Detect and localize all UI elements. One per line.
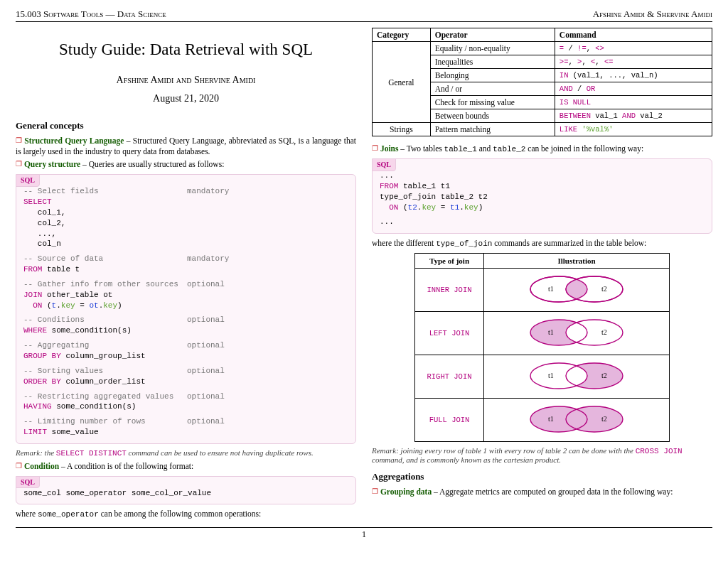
inner-join-label: INNER JOIN [414,269,483,312]
svg-text:t1: t1 [548,415,554,423]
condition-code: SQL some_col some_operator some_col_or_v… [16,476,356,505]
header-left: 15.003 Software Tools — Data Science [16,9,166,20]
page-title: Study Guide: Data Retrieval with SQL [16,40,356,59]
page-footer: 1 [16,527,712,540]
svg-text:t2: t2 [601,285,607,293]
category-general: General [373,42,431,123]
operator-table: Category Operator Command General Equali… [372,28,712,136]
two-column-layout: Study Guide: Data Retrieval with SQL Afs… [16,28,712,523]
full-join-venn: t1t2 [484,399,670,442]
query-structure-code: SQL -- Select fieldsmandatory SELECT col… [16,174,356,444]
bullet-icon: ❐ [372,487,378,495]
join-code: SQL ... FROM table_1 t1 type_of_join tab… [372,158,712,234]
date: August 21, 2020 [16,93,356,104]
entry-grouping: ❐ Grouping data – Aggregate metrics are … [372,487,712,497]
section-aggregations: Aggregations [372,471,712,482]
remark-distinct: Remark: the SELECT DISTINCT command can … [16,448,356,458]
svg-text:t2: t2 [601,372,607,379]
bullet-icon: ❐ [16,136,22,144]
join-venn-table: Type of join Illustration INNER JOIN [414,253,670,442]
bullet-icon: ❐ [16,160,22,168]
svg-point-9 [566,320,623,345]
sql-badge: SQL [372,158,396,171]
svg-text:t1: t1 [548,328,554,336]
inner-join-venn: t1t2 [484,269,670,312]
remark-crossjoin: Remark: joining every row of table 1 wit… [372,446,712,464]
entry-sql-def: ❐ Structured Query Language – Structured… [16,136,356,156]
svg-point-14 [530,363,587,389]
entry-joins: ❐ Joins – Two tables table_1 and table_2… [372,144,712,154]
entry-condition: ❐ Condition – A condition is of the foll… [16,461,356,472]
bullet-icon: ❐ [372,144,378,152]
right-column: Category Operator Command General Equali… [372,28,712,523]
section-general: General concepts [16,120,356,131]
full-join-label: FULL JOIN [414,399,483,442]
header-right: Afshine Amidi & Shervine Amidi [593,9,712,20]
sql-badge: SQL [16,174,40,187]
sql-badge: SQL [16,476,40,489]
svg-text:t2: t2 [601,415,607,423]
svg-text:t1: t1 [548,285,554,293]
left-column: Study Guide: Data Retrieval with SQL Afs… [16,28,356,523]
authors: Afshine Amidi and Shervine Amidi [16,75,356,86]
svg-text:t1: t1 [548,372,554,379]
page-header: 15.003 Software Tools — Data Science Afs… [16,9,712,22]
category-strings: Strings [373,123,431,136]
svg-text:t2: t2 [601,328,607,336]
right-join-venn: t1t2 [484,355,670,399]
left-join-label: LEFT JOIN [414,312,483,355]
entry-query-structure: ❐ Query structure – Queries are usually … [16,159,356,170]
condition-after-text: where some_operator can be among the fol… [16,509,356,519]
joins-after-text: where the different type_of_join command… [372,238,712,249]
left-join-venn: t1t2 [484,312,670,355]
right-join-label: RIGHT JOIN [414,355,483,399]
page-number: 1 [362,529,366,539]
bullet-icon: ❐ [16,462,22,470]
